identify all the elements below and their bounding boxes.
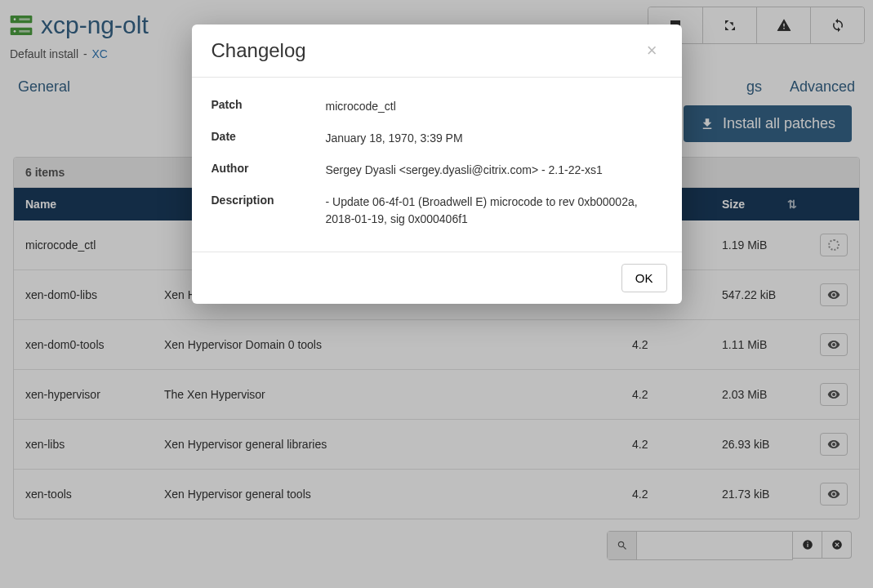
field-patch: Patch microcode_ctl (212, 91, 662, 122)
field-description: Description - Update 06-4f-01 (Broadwell… (212, 186, 662, 235)
modal-header: Changelog × (192, 24, 682, 78)
date-value: January 18, 1970, 3:39 PM (326, 130, 463, 147)
date-label: Date (212, 130, 326, 143)
changelog-modal: Changelog × Patch microcode_ctl Date Jan… (192, 24, 682, 304)
modal-overlay: Changelog × Patch microcode_ctl Date Jan… (0, 0, 873, 588)
author-label: Author (212, 162, 326, 175)
description-label: Description (212, 194, 326, 207)
modal-body: Patch microcode_ctl Date January 18, 197… (192, 78, 682, 252)
ok-button[interactable]: OK (621, 264, 667, 292)
field-date: Date January 18, 1970, 3:39 PM (212, 122, 662, 154)
description-value: - Update 06-4f-01 (Broadwell E) microcod… (326, 194, 662, 228)
patch-label: Patch (212, 98, 326, 111)
author-value: Sergey Dyasli <sergey.dyasli@citrix.com>… (326, 162, 603, 179)
patch-value: microcode_ctl (326, 98, 396, 115)
field-author: Author Sergey Dyasli <sergey.dyasli@citr… (212, 154, 662, 186)
modal-close-button[interactable]: × (642, 41, 662, 60)
modal-footer: OK (192, 252, 682, 304)
modal-title: Changelog (212, 39, 306, 62)
